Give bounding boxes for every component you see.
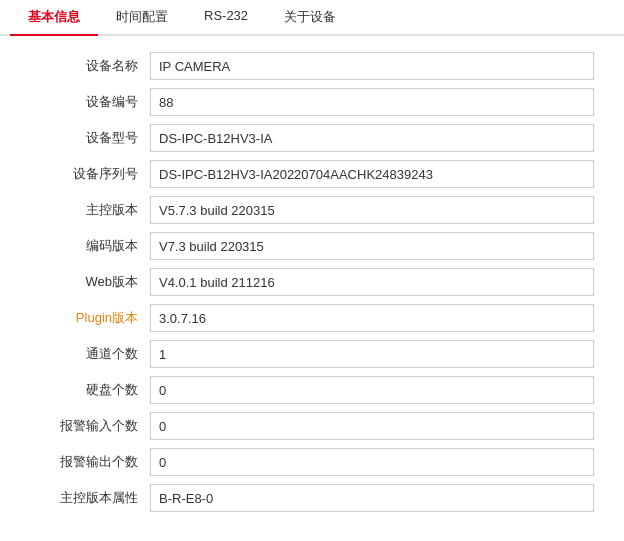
tab-more-devices[interactable]: 关于设备 [266,0,354,36]
tab-bar: 基本信息时间配置RS-232关于设备 [0,0,624,36]
main-container: 基本信息时间配置RS-232关于设备 设备名称设备编号设备型号设备序列号主控版本… [0,0,624,541]
form-row-device-number: 设备编号 [30,88,594,116]
form-row-web-version: Web版本 [30,268,594,296]
label-main-attr: 主控版本属性 [30,489,150,507]
label-main-version: 主控版本 [30,201,150,219]
input-device-name[interactable] [150,52,594,80]
input-plugin-version[interactable] [150,304,594,332]
form-row-alarm-out: 报警输出个数 [30,448,594,476]
form-row-plugin-version: Plugin版本 [30,304,594,332]
input-channel-count[interactable] [150,340,594,368]
form-row-device-serial: 设备序列号 [30,160,594,188]
label-plugin-version: Plugin版本 [30,309,150,327]
input-encode-version[interactable] [150,232,594,260]
input-alarm-in[interactable] [150,412,594,440]
input-web-version[interactable] [150,268,594,296]
label-alarm-out: 报警输出个数 [30,453,150,471]
label-channel-count: 通道个数 [30,345,150,363]
label-device-serial: 设备序列号 [30,165,150,183]
form-row-main-attr: 主控版本属性 [30,484,594,512]
form-row-alarm-in: 报警输入个数 [30,412,594,440]
label-device-model: 设备型号 [30,129,150,147]
input-main-version[interactable] [150,196,594,224]
label-device-name: 设备名称 [30,57,150,75]
form-content: 设备名称设备编号设备型号设备序列号主控版本编码版本Web版本Plugin版本通道… [0,36,624,540]
tab-basic-info[interactable]: 基本信息 [10,0,98,36]
form-row-device-model: 设备型号 [30,124,594,152]
tab-time-config[interactable]: 时间配置 [98,0,186,36]
form-row-encode-version: 编码版本 [30,232,594,260]
form-row-device-name: 设备名称 [30,52,594,80]
input-device-number[interactable] [150,88,594,116]
form-row-channel-count: 通道个数 [30,340,594,368]
input-disk-count[interactable] [150,376,594,404]
label-device-number: 设备编号 [30,93,150,111]
tab-rs232[interactable]: RS-232 [186,0,266,36]
form-row-main-version: 主控版本 [30,196,594,224]
label-encode-version: 编码版本 [30,237,150,255]
input-alarm-out[interactable] [150,448,594,476]
label-web-version: Web版本 [30,273,150,291]
label-disk-count: 硬盘个数 [30,381,150,399]
input-main-attr[interactable] [150,484,594,512]
input-device-serial[interactable] [150,160,594,188]
label-alarm-in: 报警输入个数 [30,417,150,435]
input-device-model[interactable] [150,124,594,152]
form-row-disk-count: 硬盘个数 [30,376,594,404]
